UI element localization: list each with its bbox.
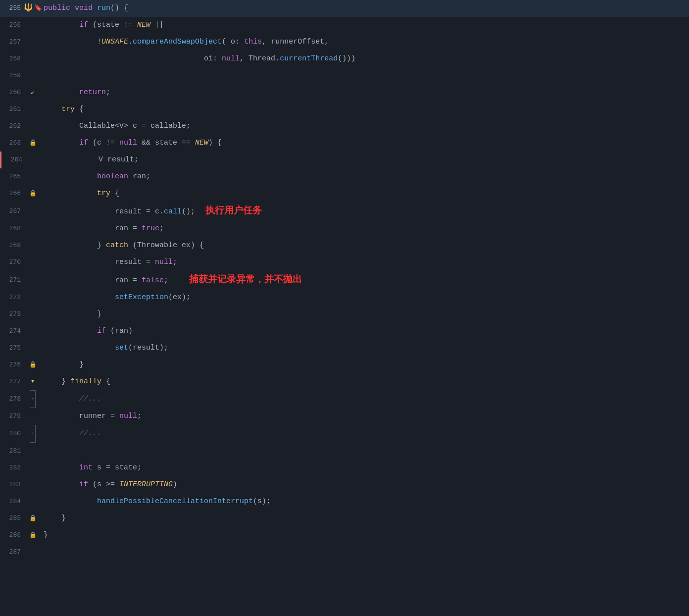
gutter-cell: 🔒 <box>26 357 40 373</box>
code-line: int s = state; <box>40 460 689 476</box>
line-number: 269 <box>0 237 26 254</box>
line-number: 271 <box>0 272 26 289</box>
code-line: try { <box>40 101 689 118</box>
line-number: 283 <box>0 476 26 493</box>
code-line: runner = null; <box>40 408 689 425</box>
code-line: public void run() { <box>40 0 689 17</box>
code-line: } finally { <box>40 373 689 390</box>
table-row: 272 setException(ex); <box>0 289 689 306</box>
gutter-cell: 🔱🔖 <box>26 0 40 17</box>
code-line: set(result); <box>40 340 689 357</box>
gutter-cell: 🔒 <box>26 527 40 544</box>
line-number: 276 <box>0 357 26 373</box>
line-number: 267 <box>0 203 26 220</box>
line-number: 256 <box>0 17 26 34</box>
table-row: 264 V result; <box>0 152 689 168</box>
code-line: !UNSAFE.compareAndSwapObject( o: this, r… <box>40 34 689 51</box>
line-number: 264 <box>1 152 27 168</box>
code-line: if (ran) <box>40 323 689 340</box>
line-number: 257 <box>0 34 26 51</box>
line-number: 263 <box>0 135 26 152</box>
line-number: 272 <box>0 289 26 306</box>
code-line: result = c.call(); 执行用户任务 <box>40 202 689 220</box>
line-number: 260 <box>0 84 26 101</box>
code-line: return; <box>40 84 689 101</box>
line-number: 274 <box>0 323 26 340</box>
code-line: ran = true; <box>40 220 689 237</box>
line-number: 273 <box>0 306 26 323</box>
code-line: ran = false; 捕获并记录异常，并不抛出 <box>40 271 689 289</box>
table-row: 286🔒} <box>0 527 689 544</box>
line-number: 285 <box>0 510 26 527</box>
gutter-cell: 🔒 <box>26 185 40 202</box>
table-row: 269 } catch (Throwable ex) { <box>0 237 689 254</box>
table-row: 279 runner = null; <box>0 408 689 425</box>
table-row: 262 Callable<V> c = callable; <box>0 118 689 135</box>
line-number: 286 <box>0 527 26 544</box>
table-row: 257 !UNSAFE.compareAndSwapObject( o: thi… <box>0 34 689 51</box>
line-number: 284 <box>0 493 26 510</box>
table-row: 282 int s = state; <box>0 460 689 476</box>
table-row: 287 <box>0 544 689 561</box>
line-number: 259 <box>0 67 26 84</box>
code-line: //... <box>40 425 689 442</box>
table-row: 258 o1: null, Thread.currentThread())) <box>0 51 689 67</box>
code-line: V result; <box>41 152 689 168</box>
table-row: 283 if (s >= INTERRUPTING) <box>0 476 689 493</box>
table-row: 263🔒 if (c != null && state == NEW) { <box>0 135 689 152</box>
line-number: 270 <box>0 254 26 271</box>
line-number: 262 <box>0 118 26 135</box>
line-number: 255 <box>0 0 26 17</box>
code-line: } catch (Throwable ex) { <box>40 237 689 254</box>
table-row: 267 result = c.call(); 执行用户任务 <box>0 202 689 220</box>
code-editor: 255🔱🔖public void run() {256 if (state !=… <box>0 0 689 616</box>
line-number: 268 <box>0 220 26 237</box>
line-number: 277 <box>0 373 26 390</box>
line-number: 265 <box>0 168 26 185</box>
table-row: 277▼ } finally { <box>0 373 689 390</box>
gutter-cell: ↙ <box>26 84 40 101</box>
code-line: } <box>40 527 689 544</box>
table-row: 260↙ return; <box>0 84 689 101</box>
gutter-cell: 🔒 <box>26 135 40 152</box>
table-row: 280+ //... <box>0 425 689 443</box>
table-row: 278+ //... <box>0 390 689 408</box>
table-row: 271 ran = false; 捕获并记录异常，并不抛出 <box>0 271 689 289</box>
code-line: if (state != NEW || <box>40 17 689 34</box>
code-line: if (s >= INTERRUPTING) <box>40 476 689 493</box>
gutter-cell: ▼ <box>26 373 40 390</box>
table-row: 273 } <box>0 306 689 323</box>
line-number: 258 <box>0 51 26 67</box>
line-number: 282 <box>0 460 26 476</box>
table-row: 259 <box>0 67 689 84</box>
table-row: 274 if (ran) <box>0 323 689 340</box>
table-row: 270 result = null; <box>0 254 689 271</box>
line-number: 261 <box>0 101 26 118</box>
code-line: try { <box>40 185 689 202</box>
table-row: 276🔒 } <box>0 357 689 373</box>
table-row: 265 boolean ran; <box>0 168 689 185</box>
table-row: 255🔱🔖public void run() { <box>0 0 689 17</box>
table-row: 261 try { <box>0 101 689 118</box>
table-row: 275 set(result); <box>0 340 689 357</box>
table-row: 285🔒 } <box>0 510 689 527</box>
code-line: result = null; <box>40 254 689 271</box>
line-number: 280 <box>0 425 26 442</box>
table-row: 268 ran = true; <box>0 220 689 237</box>
code-line: handlePossibleCancellationInterrupt(s); <box>40 493 689 510</box>
line-number: 278 <box>0 391 26 408</box>
table-row: 284 handlePossibleCancellationInterrupt(… <box>0 493 689 510</box>
gutter-cell: 🔒 <box>26 510 40 527</box>
code-line: } <box>40 510 689 527</box>
code-line: boolean ran; <box>40 168 689 185</box>
code-line: if (c != null && state == NEW) { <box>40 135 689 152</box>
line-number: 279 <box>0 408 26 425</box>
code-line: } <box>40 306 689 323</box>
line-number: 266 <box>0 185 26 202</box>
code-line: } <box>40 357 689 373</box>
table-row: 256 if (state != NEW || <box>0 17 689 34</box>
code-line: setException(ex); <box>40 289 689 306</box>
gutter-cell: + <box>26 425 40 443</box>
code-line: Callable<V> c = callable; <box>40 118 689 135</box>
table-row: 266🔒 try { <box>0 185 689 202</box>
